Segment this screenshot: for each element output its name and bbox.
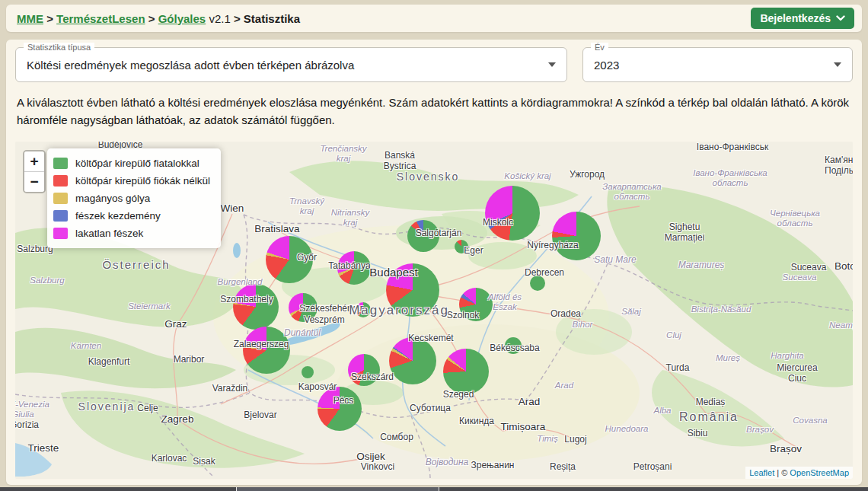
statistic-type-label: Statisztika típusa [24, 43, 94, 53]
legend-swatch-magenta [53, 228, 68, 239]
login-label: Bejelentkezés [760, 12, 831, 24]
pie-chart-kecskemét[interactable] [389, 337, 436, 384]
pie-chart-békéscsaba[interactable] [505, 337, 522, 354]
next-section-segment [236, 487, 439, 491]
legend-item: költőpár kirepülő fiókák nélkül [53, 172, 210, 190]
statistic-type-select[interactable]: Statisztika típusa Költési eredmények me… [15, 47, 567, 82]
top-bar: MME > TermészetLesen > Gólyales v2.1 > S… [6, 5, 862, 32]
legend-item: magányos gólya [53, 190, 210, 207]
pie-chart-székesfehérvár[interactable] [289, 293, 318, 322]
pie-chart-salgótarján[interactable] [407, 220, 439, 252]
year-select[interactable]: Év 2023 [582, 47, 853, 82]
zoom-out-button[interactable]: − [24, 172, 44, 192]
description-text: A kiválasztott évben látható a költési e… [17, 94, 853, 129]
pie-chart-miskolc[interactable] [485, 186, 540, 241]
pie-chart-szombathely[interactable] [233, 284, 279, 330]
breadcrumb: MME > TermészetLesen > Gólyales v2.1 > S… [17, 12, 300, 25]
chevron-down-icon [548, 62, 556, 67]
legend-swatch-yellow [53, 193, 68, 204]
statistic-type-value: Költési eredmények megoszlása adott évbe… [16, 59, 354, 72]
legend-swatch-green [53, 158, 68, 169]
attribution-separator: | © [774, 468, 790, 477]
breadcrumb-current: Statisztika [244, 12, 300, 25]
pie-chart-kaposvár[interactable] [302, 366, 314, 378]
map[interactable]: BudějoviceTrenčiansky krajBanská Bystric… [15, 142, 853, 479]
legend-label: költőpár kirepülő fiókák nélkül [75, 175, 210, 187]
pie-chart-szolnok[interactable] [459, 288, 493, 321]
map-legend: költőpár kirepülő fiatalokkalköltőpár ki… [47, 148, 221, 248]
breadcrumb-separator: > [43, 12, 56, 25]
year-value: 2023 [583, 59, 619, 72]
chevron-down-icon [834, 62, 841, 67]
breadcrumb-separator: > [231, 12, 244, 25]
next-section-edge [0, 487, 868, 491]
legend-label: lakatlan fészek [75, 228, 143, 239]
pie-chart-pécs[interactable] [318, 387, 362, 431]
legend-swatch-red [53, 175, 68, 187]
pie-chart-debrecen[interactable] [530, 276, 545, 291]
leaflet-link[interactable]: Leaflet [749, 468, 774, 477]
legend-label: fészek kezdemény [75, 210, 161, 222]
legend-label: magányos gólya [75, 193, 150, 204]
pie-chart-tatabánya[interactable] [337, 251, 371, 285]
main-panel: Statisztika típusa Költési eredmények me… [6, 40, 862, 485]
pie-chart-budapest[interactable] [386, 263, 439, 317]
legend-label: költőpár kirepülő fiatalokkal [75, 158, 199, 169]
pie-chart-szekszárd[interactable] [348, 354, 380, 386]
map-attribution: Leaflet | © OpenStreetMap [745, 467, 853, 479]
pie-chart-eger[interactable] [455, 240, 468, 253]
year-label: Év [591, 43, 608, 53]
breadcrumb-link-természetlesen[interactable]: TermészetLesen [56, 12, 145, 25]
breadcrumb-link-gólyales[interactable]: Gólyales [158, 12, 206, 25]
pie-chart-zalaegerszeg[interactable] [243, 327, 290, 374]
pie-chart-szeged[interactable] [443, 349, 489, 394]
pie-chart-győr[interactable] [266, 236, 313, 283]
osm-link[interactable]: OpenStreetMap [790, 468, 849, 477]
breadcrumb-separator: > [145, 12, 158, 25]
legend-swatch-blue [53, 210, 68, 222]
breadcrumb-version: v2.1 [206, 12, 231, 25]
legend-item: költőpár kirepülő fiatalokkal [53, 155, 210, 172]
breadcrumb-link-mme[interactable]: MME [17, 12, 43, 25]
zoom-in-button[interactable]: + [24, 151, 44, 172]
pie-chart-nyíregyháza[interactable] [552, 212, 601, 260]
zoom-control: + − [23, 150, 46, 193]
legend-item: fészek kezdemény [53, 207, 210, 225]
login-button[interactable]: Bejelentkezés [751, 8, 854, 29]
chevron-down-icon [836, 15, 845, 21]
legend-item: lakatlan fészek [53, 225, 210, 242]
pie-chart-veszprém[interactable] [356, 302, 371, 317]
filters-row: Statisztika típusa Költési eredmények me… [15, 47, 853, 82]
